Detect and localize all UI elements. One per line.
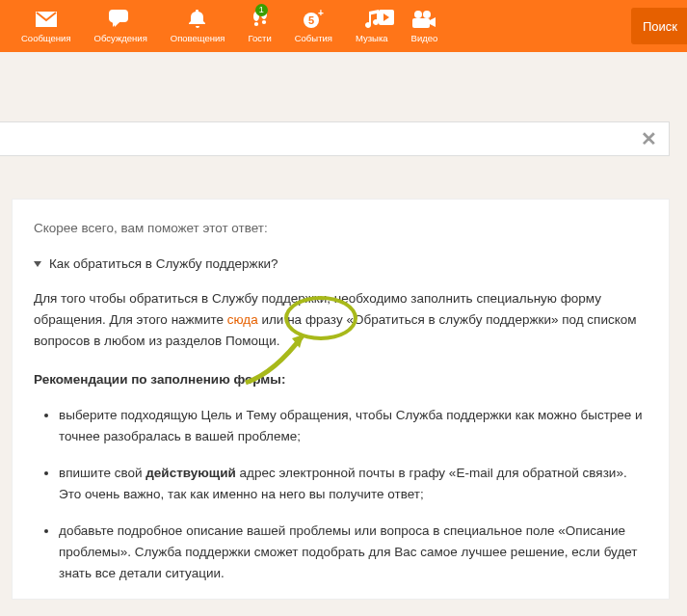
list-item: выберите подходящую Цель и Тему обращени… bbox=[59, 405, 647, 447]
nav-video[interactable]: Видео bbox=[400, 0, 450, 52]
nav-label: Музыка bbox=[356, 33, 388, 43]
nav-label: Сообщения bbox=[21, 33, 71, 43]
faq-question-text: Как обратиться в Службу поддержки? bbox=[49, 256, 278, 271]
svg-point-5 bbox=[261, 20, 265, 24]
help-panel: Скорее всего, вам поможет этот ответ: Ка… bbox=[12, 199, 670, 600]
here-link[interactable]: сюда bbox=[227, 312, 258, 327]
nav-music[interactable]: Музыка bbox=[344, 0, 400, 52]
search-button[interactable]: Поиск bbox=[631, 8, 687, 44]
answer-paragraph-1: Для того чтобы обратиться в Службу подде… bbox=[34, 288, 647, 352]
hint-text: Скорее всего, вам поможет этот ответ: bbox=[34, 221, 647, 235]
chat-icon bbox=[109, 10, 132, 29]
svg-rect-11 bbox=[412, 18, 430, 28]
search-input-bar[interactable]: ✕ bbox=[0, 121, 670, 156]
guests-badge: 1 bbox=[255, 4, 268, 16]
close-icon[interactable]: ✕ bbox=[641, 127, 657, 150]
nav-label: События bbox=[295, 33, 332, 43]
top-navbar: Сообщения Обсуждения Оповещения 1 Гости … bbox=[0, 0, 687, 52]
video-camera-icon bbox=[412, 11, 436, 28]
svg-text:+: + bbox=[318, 10, 324, 18]
nav-messages[interactable]: Сообщения bbox=[10, 0, 83, 52]
svg-point-3 bbox=[253, 22, 257, 26]
nav-guests[interactable]: 1 Гости bbox=[237, 0, 283, 52]
nav-label: Видео bbox=[411, 33, 438, 43]
faq-question-row[interactable]: Как обратиться в Службу поддержки? bbox=[34, 256, 647, 271]
five-plus-icon: 5+ bbox=[303, 10, 324, 29]
recommendations-heading: Рекомендации по заполнению формы: bbox=[34, 369, 647, 390]
envelope-icon bbox=[36, 12, 57, 27]
nav-label: Оповещения bbox=[171, 33, 225, 43]
svg-text:5: 5 bbox=[308, 14, 314, 26]
svg-point-10 bbox=[423, 11, 431, 18]
nav-label: Гости bbox=[249, 33, 272, 43]
nav-events[interactable]: 5+ События bbox=[283, 0, 344, 52]
list-item: добавьте подробное описание вашей пробле… bbox=[59, 521, 647, 584]
bell-icon bbox=[189, 10, 206, 29]
nav-label: Обсуждения bbox=[94, 33, 147, 43]
chevron-down-icon bbox=[34, 261, 41, 267]
recommendations-list: выберите подходящую Цель и Тему обращени… bbox=[34, 405, 647, 583]
nav-discussions[interactable]: Обсуждения bbox=[83, 0, 159, 52]
nav-list: Сообщения Обсуждения Оповещения 1 Гости … bbox=[10, 0, 449, 52]
play-icon[interactable] bbox=[379, 10, 394, 25]
list-item: впишите свой действующий адрес электронн… bbox=[59, 463, 647, 505]
nav-notifications[interactable]: Оповещения bbox=[159, 0, 237, 52]
svg-point-9 bbox=[414, 11, 422, 18]
